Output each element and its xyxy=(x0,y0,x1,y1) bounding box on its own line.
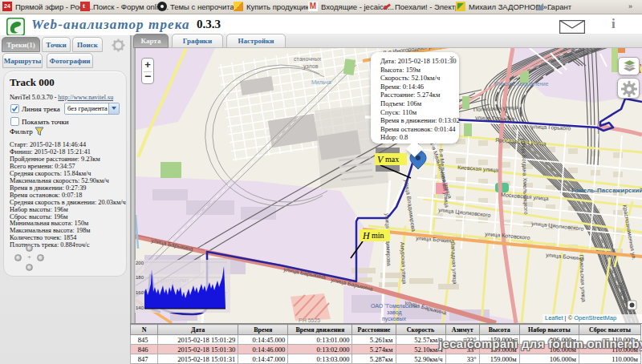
svg-text:160: 160 xyxy=(136,290,144,295)
svg-text:Минское направление: Минское направление xyxy=(494,81,549,87)
svg-text:180: 180 xyxy=(136,275,144,280)
svg-text:станочных: станочных xyxy=(294,56,322,62)
svg-text:РН 5525: РН 5525 xyxy=(299,317,320,323)
svg-text:Мильча: Мильча xyxy=(311,79,331,85)
svg-text:max: max xyxy=(385,155,399,164)
svg-text:пусковых: пусковых xyxy=(382,316,406,322)
svg-text:140: 140 xyxy=(136,305,144,310)
svg-text:H: H xyxy=(362,230,371,241)
svg-text:200: 200 xyxy=(136,261,144,265)
svg-text:ОАО "Гомельский: ОАО "Гомельский xyxy=(371,303,417,309)
svg-text:min: min xyxy=(372,231,384,240)
svg-text:завод: завод xyxy=(387,309,402,316)
svg-text:Гомель-Пассажирский: Гомель-Пассажирский xyxy=(571,187,642,194)
svg-text:узлов: узлов xyxy=(303,63,319,70)
